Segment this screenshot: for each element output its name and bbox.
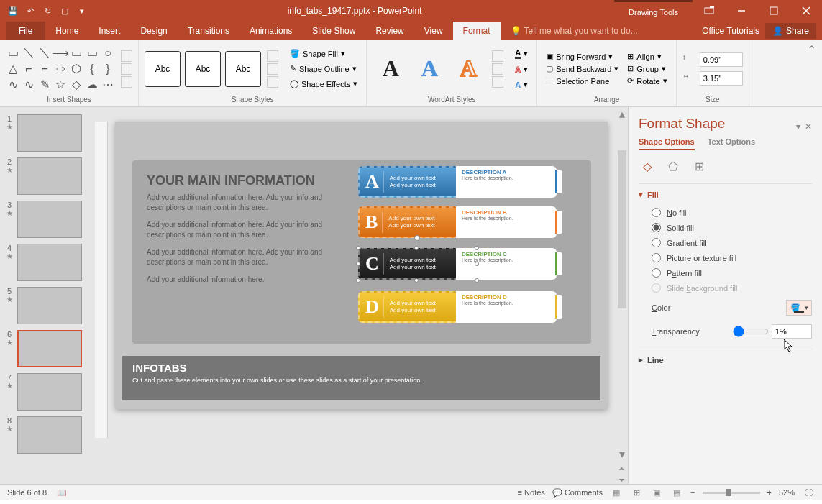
minimize-icon[interactable] (725, 0, 757, 22)
shape-connector-icon[interactable]: ⌐ (22, 62, 36, 76)
shape-more-icon[interactable]: ⋯ (101, 78, 115, 92)
shape-rect-icon[interactable]: ▭ (6, 46, 20, 60)
rotate-button[interactable]: ⟳Rotate▾ (624, 75, 670, 86)
shape-connector2-icon[interactable]: ⌐ (37, 62, 52, 76)
thumbnail-panel[interactable]: 1★ 2★ 3★ 4★ 5★ 6★ 7★ 8★ (0, 107, 95, 484)
shape-tri-icon[interactable]: △ (6, 62, 20, 76)
tab-home[interactable]: Home (45, 22, 88, 40)
redo-icon[interactable]: ↻ (42, 5, 53, 17)
selection-handle[interactable] (356, 278, 360, 283)
main-para-4[interactable]: Add your additional information here. (147, 275, 334, 285)
scrollbar-thumb[interactable] (618, 150, 626, 308)
merge-shapes-icon[interactable] (121, 76, 132, 88)
bring-forward-button[interactable]: ▣Bring Forward ▾ (543, 51, 621, 62)
thumbnail-7[interactable]: 7★ (0, 370, 95, 413)
zoom-in-button[interactable]: + (767, 488, 772, 497)
shape-star-icon[interactable]: ☆ (53, 78, 68, 92)
info-tab-a[interactable]: AAdd your own textAdd your own text DESC… (358, 166, 557, 198)
share-button[interactable]: 👤 Share (765, 23, 816, 39)
tab-format[interactable]: Format (453, 22, 501, 40)
info-tab-b[interactable]: BAdd your own textAdd your own text DESC… (358, 206, 557, 238)
wordart-preset-1[interactable]: A (373, 51, 408, 87)
shape-rect3-icon[interactable]: ▭ (85, 46, 99, 60)
thumbnail-8[interactable]: 8★ (0, 413, 95, 457)
zoom-slider[interactable] (703, 492, 760, 494)
send-backward-button[interactable]: ▢Send Backward ▾ (543, 63, 621, 74)
tab-view[interactable]: View (414, 22, 453, 40)
textbox-icon[interactable] (121, 63, 132, 75)
next-slide-icon[interactable]: ⏷ (616, 476, 628, 484)
solid-fill-radio[interactable]: Solid fill (639, 220, 812, 235)
selection-handle[interactable] (475, 246, 479, 250)
shape-effects-button[interactable]: ◯Shape Effects▾ (287, 78, 360, 90)
shape-freeform-icon[interactable]: ✎ (37, 78, 52, 92)
pattern-fill-radio[interactable]: Pattern fill (639, 265, 812, 280)
ribbon-options-icon[interactable] (693, 0, 725, 22)
office-tutorials-link[interactable]: Office Tutorials (702, 26, 759, 36)
style-preset-2[interactable]: Abc (185, 51, 221, 87)
slideshow-view-icon[interactable]: ▤ (670, 486, 683, 499)
selection-handle[interactable] (414, 246, 419, 250)
main-para-2[interactable]: Add your additional information here. Ad… (147, 220, 334, 240)
sorter-view-icon[interactable]: ⊞ (630, 486, 643, 499)
size-props-icon[interactable]: ⊞ (690, 157, 708, 175)
wordart-preset-2[interactable]: A (411, 51, 447, 87)
shape-curve-icon[interactable]: ∿ (6, 78, 20, 92)
undo-icon[interactable]: ↶ (24, 5, 36, 17)
thumbnail-5[interactable]: 5★ (0, 284, 95, 327)
footer-box[interactable]: INFOTABS Cut and paste these elements in… (122, 356, 600, 400)
tell-me-search[interactable]: 💡 Tell me what you want to do... (501, 22, 648, 40)
picture-fill-radio[interactable]: Picture or texture fill (639, 250, 812, 265)
wordart-more[interactable] (492, 50, 503, 88)
prev-slide-icon[interactable]: ⏶ (616, 464, 628, 472)
thumbnail-2[interactable]: 2★ (0, 155, 95, 198)
gradient-fill-radio[interactable]: Gradient fill (639, 235, 812, 250)
selection-handle[interactable] (414, 278, 419, 283)
thumbnail-1[interactable]: 1★ (0, 111, 95, 155)
save-icon[interactable]: 💾 (7, 5, 19, 17)
tab-file[interactable]: File (6, 22, 45, 40)
shape-styles-gallery[interactable]: Abc Abc Abc (145, 51, 261, 87)
slide-editor[interactable]: YOUR MAIN INFORMATION Add your additiona… (95, 107, 628, 484)
wordart-gallery[interactable]: A A A (373, 51, 486, 87)
height-input[interactable] (700, 52, 743, 67)
vertical-scrollbar[interactable]: ▴ ▾ ⏶ ⏷ (616, 107, 628, 484)
shape-arrow-icon[interactable]: ⟶ (53, 46, 68, 60)
slide-counter[interactable]: Slide 6 of 8 (7, 488, 47, 497)
shape-oval-icon[interactable]: ○ (101, 46, 115, 60)
tab-slideshow[interactable]: Slide Show (302, 22, 365, 40)
group-button[interactable]: ⊡Group▾ (624, 63, 670, 74)
thumbnail-3[interactable]: 3★ (0, 198, 95, 241)
thumbnail-6[interactable]: 6★ (0, 327, 95, 370)
transparency-input[interactable] (772, 324, 812, 339)
fill-line-icon[interactable]: ◇ (639, 157, 656, 175)
info-tab-c-selected[interactable]: CAdd your own textAdd your own text DESC… (358, 248, 557, 280)
text-fill-button[interactable]: A▾ (512, 47, 531, 60)
selection-handle[interactable] (356, 262, 360, 266)
style-preset-3[interactable]: Abc (225, 51, 261, 87)
shape-styles-more[interactable] (267, 50, 278, 88)
collapse-ribbon-icon[interactable]: ⌃ (801, 40, 822, 106)
shape-cloud-icon[interactable]: ☁ (85, 78, 99, 92)
qat-more-icon[interactable]: ▾ (76, 5, 88, 17)
reading-view-icon[interactable]: ▣ (650, 486, 663, 499)
color-picker-button[interactable]: 🪣 ▾ (786, 300, 812, 316)
notes-button[interactable]: ≡ Notes (518, 488, 545, 497)
no-fill-radio[interactable]: No fill (639, 205, 812, 220)
shape-line2-icon[interactable]: ＼ (37, 46, 52, 60)
zoom-level[interactable]: 52% (779, 488, 795, 497)
spellcheck-icon[interactable]: 📖 (57, 488, 67, 498)
comments-button[interactable]: 💬 Comments (552, 488, 603, 498)
selection-handle[interactable] (475, 262, 479, 266)
shapes-gallery-more[interactable] (121, 50, 132, 88)
transparency-slider[interactable] (733, 326, 769, 337)
pane-menu-icon[interactable]: ▾ (796, 122, 800, 132)
selection-pane-button[interactable]: ☰Selection Pane (543, 75, 621, 86)
rotation-handle[interactable] (414, 235, 420, 241)
text-outline-button[interactable]: A▾ (512, 63, 531, 75)
main-para-1[interactable]: Add your additional information here. Ad… (147, 193, 334, 213)
text-effects-button[interactable]: A▾ (512, 78, 531, 91)
style-preset-1[interactable]: Abc (145, 51, 181, 87)
align-button[interactable]: ⊞Align▾ (624, 51, 670, 62)
shape-brace-icon[interactable]: { (85, 62, 99, 76)
